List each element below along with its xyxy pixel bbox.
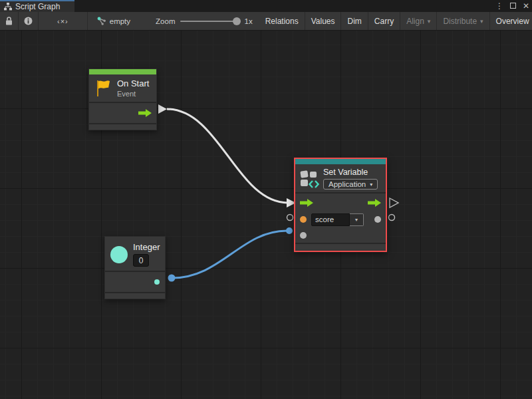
variable-name-value[interactable]: score	[311, 213, 350, 226]
caret-down-icon: ▼	[354, 217, 359, 222]
unity-visual-scripting-window: Script Graph ⋮ ✕ ‹×›	[0, 0, 532, 399]
graph-pointer-icon	[97, 17, 106, 25]
integer-value-field[interactable]: 0	[133, 254, 149, 267]
flow-output-port[interactable]	[368, 199, 381, 207]
flow-input-port[interactable]	[300, 199, 313, 207]
variable-name-dropdown-button[interactable]: ▼	[350, 213, 364, 226]
value-output-port[interactable]	[374, 216, 381, 223]
variable-scope-dropdown[interactable]: Application ▾	[323, 179, 378, 190]
unconnected-output-flow-socket[interactable]	[390, 198, 398, 207]
chevron-down-icon: ▾	[428, 18, 431, 25]
value-input-port[interactable]	[300, 232, 307, 239]
inspect-code-button[interactable]: ‹×›	[39, 12, 88, 30]
zoom-control: Zoom 1x	[137, 12, 259, 30]
tab-script-graph[interactable]: Script Graph	[0, 0, 74, 12]
tab-label: Script Graph	[15, 2, 60, 11]
distribute-button[interactable]: Distribute▾	[437, 12, 489, 30]
overview-button[interactable]: Overview	[490, 12, 532, 30]
node-set-variable[interactable]: Set Variable Application ▾	[295, 159, 386, 251]
info-icon	[24, 17, 33, 25]
node-on-start[interactable]: On Start Event	[88, 68, 157, 130]
window-controls: ⋮ ✕	[495, 0, 529, 12]
window-maximize-button[interactable]	[510, 0, 516, 12]
window-close-button[interactable]: ✕	[523, 0, 529, 12]
node-title: Integer	[133, 242, 160, 252]
node-footer	[105, 293, 165, 299]
value-wire[interactable]	[172, 231, 287, 278]
lock-icon	[5, 17, 13, 25]
variable-name-port[interactable]	[300, 216, 307, 223]
event-color-stripe	[89, 69, 156, 74]
node-footer	[89, 124, 156, 130]
carry-button[interactable]: Carry	[368, 12, 400, 30]
chevron-down-icon: ▾	[370, 182, 372, 188]
relations-button[interactable]: Relations	[259, 12, 305, 30]
info-button[interactable]	[19, 12, 39, 30]
control-wire[interactable]	[167, 109, 288, 203]
variable-color-stripe	[295, 159, 386, 164]
zoom-slider[interactable]	[180, 21, 239, 22]
graph-toolbar: ‹×› empty Zoom 1x Relations Values Dim C…	[0, 12, 532, 31]
zoom-label: Zoom	[156, 17, 175, 25]
control-wire-source-arrow[interactable]	[158, 104, 167, 114]
tab-bar: Script Graph ⋮ ✕	[0, 0, 532, 12]
lock-button[interactable]	[0, 12, 19, 30]
align-button[interactable]: Align▾	[400, 12, 437, 30]
dim-button[interactable]: Dim	[341, 12, 368, 30]
value-wire-source-dot[interactable]	[168, 275, 176, 282]
window-menu-button[interactable]: ⋮	[495, 0, 503, 12]
graph-canvas[interactable]: On Start Event	[0, 31, 532, 399]
connection-layer	[0, 31, 532, 399]
unconnected-input-socket[interactable]	[287, 215, 293, 221]
empty-label: empty	[110, 17, 130, 25]
node-subtitle: Event	[117, 90, 149, 98]
graph-pointer-indicator: empty	[88, 12, 137, 30]
value-wire-target-dot[interactable]	[286, 227, 293, 234]
unconnected-output-socket[interactable]	[389, 215, 395, 221]
node-title: Set Variable	[323, 168, 378, 177]
zoom-slider-handle[interactable]	[233, 17, 241, 25]
values-button[interactable]: Values	[305, 12, 342, 30]
selection-frame: Set Variable Application ▾	[294, 158, 387, 252]
set-variable-icon	[301, 170, 318, 188]
chevron-down-icon: ▾	[480, 18, 483, 25]
flow-output-port[interactable]	[138, 109, 152, 117]
integer-output-port[interactable]	[154, 279, 160, 285]
node-integer[interactable]: Integer 0	[104, 236, 166, 299]
flag-icon	[94, 79, 112, 98]
chevrons-icon	[309, 180, 319, 188]
variable-name-field[interactable]: score ▼	[311, 213, 364, 226]
integer-type-icon	[110, 246, 128, 263]
script-graph-icon	[4, 3, 12, 11]
node-footer	[295, 244, 386, 249]
maximize-icon	[510, 3, 516, 9]
zoom-value: 1x	[244, 17, 252, 25]
node-title: On Start	[117, 78, 149, 88]
